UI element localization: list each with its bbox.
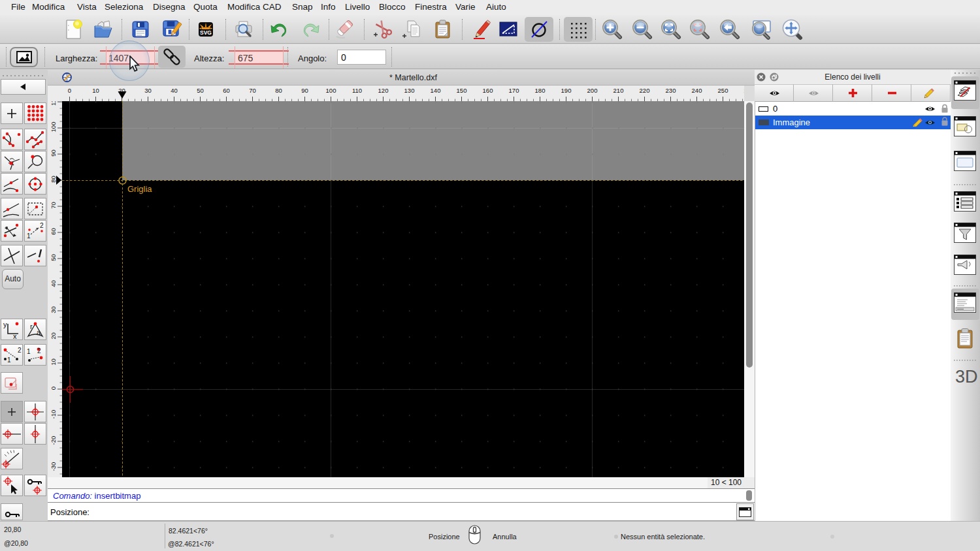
svg-text:2: 2	[18, 347, 22, 354]
svg-text:2: 2	[40, 222, 44, 229]
svg-text:1: 1	[27, 232, 31, 240]
svg-text:a: a	[37, 328, 41, 336]
svg-text:2: 2	[37, 347, 41, 354]
svg-text:Griglia: Griglia	[127, 184, 152, 194]
svg-text:1: 1	[27, 348, 31, 355]
svg-text:1: 1	[7, 356, 11, 364]
svg-text:y: y	[3, 321, 7, 328]
svg-text:r: r	[30, 323, 33, 330]
svg-text:SVG: SVG	[200, 29, 212, 36]
